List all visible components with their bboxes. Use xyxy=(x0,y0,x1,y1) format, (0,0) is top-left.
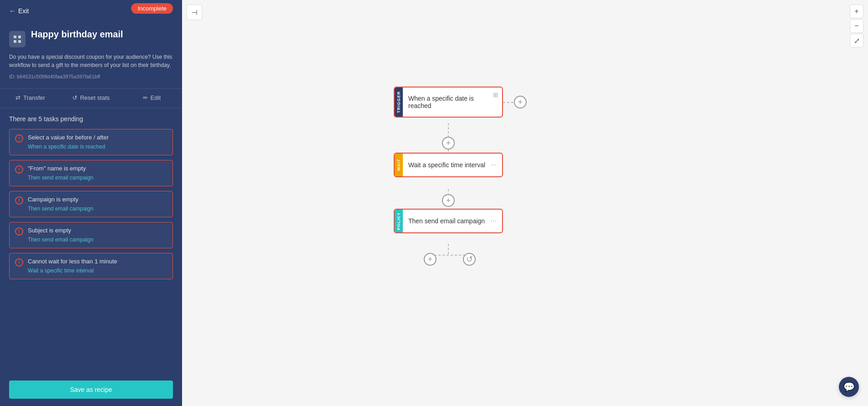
exit-button[interactable]: ← Exit xyxy=(9,7,29,15)
wait-node-text: Wait a specific time interval xyxy=(408,161,491,169)
chat-button[interactable]: 💬 xyxy=(839,377,859,397)
task-item: ! Select a value for before / after When… xyxy=(9,129,173,155)
task-error-icon: ! xyxy=(15,134,23,143)
tasks-title: There are 5 tasks pending xyxy=(9,115,173,123)
incomplete-badge[interactable]: Incomplete xyxy=(131,3,173,14)
action-menu-icon[interactable]: ··· xyxy=(491,217,497,225)
task-item: ! Cannot wait for less than 1 minute Wai… xyxy=(9,253,173,279)
trigger-node-wrapper: ! TRIGGER When a specific date is reache… xyxy=(394,87,503,118)
workflow-icon xyxy=(9,31,25,47)
reset-icon: ↺ xyxy=(72,94,77,101)
save-as-recipe-button[interactable]: Save as recipe xyxy=(9,380,173,399)
task-link[interactable]: Wait a specific time interval xyxy=(28,267,94,274)
task-main-text: Select a value for before / after xyxy=(28,134,167,141)
wait-side-label: WAIT xyxy=(395,154,403,176)
task-main-text: Campaign is empty xyxy=(28,196,167,203)
task-main-text: Subject is empty xyxy=(28,227,167,234)
svg-rect-2 xyxy=(14,40,16,43)
tab-reset-stats[interactable]: ↺ Reset stats xyxy=(61,89,121,108)
task-item: ! "From" name is empty Then send email c… xyxy=(9,160,173,186)
task-error-icon: ! xyxy=(15,165,23,174)
action-node-text: Then send email campaign xyxy=(408,217,491,225)
action-node-wrapper: ! POLICY Then send email campaign ··· xyxy=(394,209,503,233)
transfer-icon: ⇄ xyxy=(15,94,20,101)
workflow-info: Happy birthday email xyxy=(31,29,123,43)
workflow-description: Do you have a special discount coupon fo… xyxy=(9,53,173,69)
svg-rect-0 xyxy=(14,36,16,38)
trigger-node: ! TRIGGER When a specific date is reache… xyxy=(394,87,503,118)
task-main-text: Cannot wait for less than 1 minute xyxy=(28,258,167,265)
svg-rect-3 xyxy=(18,40,21,43)
task-error-icon: ! xyxy=(15,227,23,236)
exit-arrow-icon: ← xyxy=(9,7,15,15)
add-after-action-button[interactable]: + xyxy=(424,253,437,266)
loop-button[interactable]: ↺ xyxy=(463,253,476,266)
exit-label: Exit xyxy=(18,7,29,15)
workflow-canvas: ⊣ + − ⤢ ! TRIGGER xyxy=(182,0,868,406)
workflow-title: Happy birthday email xyxy=(31,29,123,40)
svg-rect-1 xyxy=(18,36,21,38)
wait-menu-icon[interactable]: ··· xyxy=(491,161,497,169)
action-side-label: POLICY xyxy=(395,210,403,232)
tab-transfer[interactable]: ⇄ Transfer xyxy=(0,89,61,108)
trigger-side-label: TRIGGER xyxy=(395,87,403,117)
sidebar-header: ← Exit Incomplete Happy birthday email D… xyxy=(0,0,182,89)
edit-icon: ✏ xyxy=(143,94,148,101)
task-link[interactable]: When a specific date is reached xyxy=(28,144,105,150)
add-between-trigger-wait-button[interactable]: + xyxy=(442,137,455,149)
wait-node-wrapper: ! WAIT Wait a specific time interval ··· xyxy=(394,153,503,177)
workflow-header-row: Happy birthday email xyxy=(9,29,173,47)
task-link[interactable]: Then send email campaign xyxy=(28,206,93,212)
chat-icon: 💬 xyxy=(843,381,855,392)
tasks-section: There are 5 tasks pending ! Select a val… xyxy=(0,108,182,373)
sidebar: ← Exit Incomplete Happy birthday email D… xyxy=(0,0,182,406)
tab-transfer-label: Transfer xyxy=(23,94,45,101)
action-node: ! POLICY Then send email campaign ··· xyxy=(394,209,503,233)
tabs-bar: ⇄ Transfer ↺ Reset stats ✏ Edit xyxy=(0,89,182,108)
tab-edit[interactable]: ✏ Edit xyxy=(122,89,182,108)
workflow-diagram: ! TRIGGER When a specific date is reache… xyxy=(182,0,868,406)
add-after-trigger-button[interactable]: + xyxy=(514,96,527,108)
task-link[interactable]: Then send email campaign xyxy=(28,175,93,181)
task-item: ! Subject is empty Then send email campa… xyxy=(9,222,173,248)
wait-node: ! WAIT Wait a specific time interval ··· xyxy=(394,153,503,177)
task-error-icon: ! xyxy=(15,196,23,205)
trigger-node-text: When a specific date is reached xyxy=(408,95,497,109)
tab-reset-label: Reset stats xyxy=(80,94,110,101)
task-item: ! Campaign is empty Then send email camp… xyxy=(9,191,173,217)
task-error-icon: ! xyxy=(15,258,23,267)
workflow-id: ID: b64531c5098d40faa3975a397fa61bff xyxy=(9,74,173,79)
task-main-text: "From" name is empty xyxy=(28,165,167,172)
add-between-wait-action-button[interactable]: + xyxy=(442,194,455,207)
tab-edit-label: Edit xyxy=(151,94,161,101)
settings-icon[interactable]: ⊞ xyxy=(493,91,498,98)
connector-svg xyxy=(182,0,868,406)
task-link[interactable]: Then send email campaign xyxy=(28,236,93,243)
